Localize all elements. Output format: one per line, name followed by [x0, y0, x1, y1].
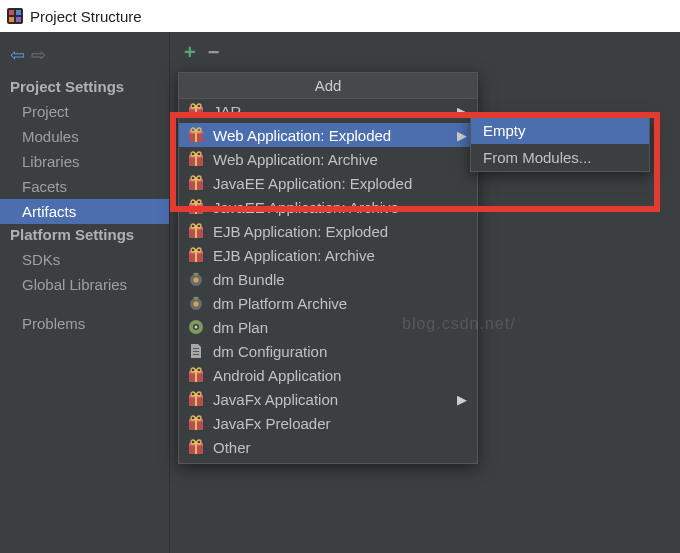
menu-item-label: JavaFx Application: [213, 391, 338, 408]
sub-popup: Empty From Modules...: [470, 116, 650, 172]
gift-icon: [187, 366, 205, 384]
svg-rect-48: [193, 351, 199, 352]
svg-point-28: [191, 200, 195, 204]
menu-item-label: Android Application: [213, 367, 341, 384]
svg-point-34: [197, 224, 201, 228]
svg-rect-49: [193, 354, 199, 355]
sidebar-item-modules[interactable]: Modules: [0, 124, 169, 149]
menu-item-label: EJB Application: Exploded: [213, 223, 388, 240]
sub-item-from-modules[interactable]: From Modules...: [471, 144, 649, 171]
sidebar-item-global-libraries[interactable]: Global Libraries: [0, 272, 169, 297]
menu-item-ejb-archive[interactable]: EJB Application: Archive: [179, 243, 477, 267]
gift-icon: [187, 150, 205, 168]
artifacts-toolbar: + −: [170, 32, 680, 66]
submenu-arrow-icon: ▶: [457, 392, 467, 407]
sub-item-empty[interactable]: Empty: [471, 117, 649, 144]
svg-point-13: [191, 128, 195, 132]
menu-item-label: Other: [213, 439, 251, 456]
menu-item-label: JavaEE Application: Exploded: [213, 175, 412, 192]
sidebar-item-sdks[interactable]: SDKs: [0, 247, 169, 272]
back-icon[interactable]: ⇦: [10, 46, 25, 64]
menu-item-javaee-exploded[interactable]: JavaEE Application: Exploded: [179, 171, 477, 195]
menu-item-label: Web Application: Exploded: [213, 127, 391, 144]
svg-point-41: [194, 278, 199, 283]
gift-icon: [187, 414, 205, 432]
svg-rect-47: [193, 348, 199, 349]
gift-icon: [187, 390, 205, 408]
svg-point-64: [197, 416, 201, 420]
svg-point-63: [191, 416, 195, 420]
submenu-arrow-icon: ▶: [457, 104, 467, 119]
svg-point-33: [191, 224, 195, 228]
svg-point-9: [197, 104, 201, 108]
svg-point-54: [197, 368, 201, 372]
app-icon: [6, 7, 24, 25]
sidebar-item-libraries[interactable]: Libraries: [0, 149, 169, 174]
menu-item-label: Web Application: Archive: [213, 151, 378, 168]
svg-point-24: [197, 176, 201, 180]
svg-point-8: [191, 104, 195, 108]
menu-item-label: JAR: [213, 103, 241, 120]
menu-item-other[interactable]: Other: [179, 435, 477, 459]
svg-point-69: [197, 440, 201, 444]
platform-settings-header: Platform Settings: [0, 224, 169, 247]
gift-icon: [187, 222, 205, 240]
svg-rect-3: [9, 17, 14, 22]
remove-icon[interactable]: −: [208, 42, 220, 62]
menu-item-label: EJB Application: Archive: [213, 247, 375, 264]
svg-point-46: [195, 326, 198, 329]
gift-icon: [187, 174, 205, 192]
menu-item-label: dm Bundle: [213, 271, 285, 288]
svg-point-58: [191, 392, 195, 396]
menu-item-javaee-archive[interactable]: JavaEE Application: Archive: [179, 195, 477, 219]
menu-item-android-application[interactable]: Android Application: [179, 363, 477, 387]
svg-point-29: [197, 200, 201, 204]
menu-item-dm-plan[interactable]: dm Plan: [179, 315, 477, 339]
gift-icon: [187, 126, 205, 144]
svg-point-68: [191, 440, 195, 444]
svg-point-19: [197, 152, 201, 156]
sidebar: ⇦ ⇨ Project Settings Project Modules Lib…: [0, 32, 170, 553]
menu-item-javafx-application[interactable]: JavaFx Application ▶: [179, 387, 477, 411]
svg-rect-4: [16, 17, 21, 22]
menu-item-web-exploded[interactable]: Web Application: Exploded ▶: [179, 123, 477, 147]
menu-item-jar[interactable]: JAR ▶: [179, 99, 477, 123]
svg-point-14: [197, 128, 201, 132]
sidebar-item-artifacts[interactable]: Artifacts: [0, 199, 169, 224]
forward-icon[interactable]: ⇨: [31, 46, 46, 64]
project-settings-header: Project Settings: [0, 76, 169, 99]
menu-item-dm-platform-archive[interactable]: dm Platform Archive: [179, 291, 477, 315]
gift-icon: [187, 438, 205, 456]
menu-item-javafx-preloader[interactable]: JavaFx Preloader: [179, 411, 477, 435]
menu-item-label: JavaEE Application: Archive: [213, 199, 399, 216]
svg-rect-2: [16, 10, 21, 15]
plan-icon: [187, 318, 205, 336]
menu-item-ejb-exploded[interactable]: EJB Application: Exploded: [179, 219, 477, 243]
sidebar-item-project[interactable]: Project: [0, 99, 169, 124]
svg-point-38: [191, 248, 195, 252]
svg-point-18: [191, 152, 195, 156]
bundle-icon: [187, 294, 205, 312]
sidebar-item-problems[interactable]: Problems: [0, 311, 169, 336]
add-popup: Add JAR ▶ Web Application: Exploded ▶ We…: [178, 72, 478, 464]
gift-icon: [187, 246, 205, 264]
content-area: + − Add JAR ▶ Web Application: Exploded …: [170, 32, 680, 553]
add-popup-title: Add: [179, 73, 477, 99]
menu-item-label: JavaFx Preloader: [213, 415, 331, 432]
svg-point-53: [191, 368, 195, 372]
menu-item-label: dm Plan: [213, 319, 268, 336]
submenu-arrow-icon: ▶: [457, 128, 467, 143]
menu-item-web-archive[interactable]: Web Application: Archive: [179, 147, 477, 171]
gift-icon: [187, 102, 205, 120]
svg-rect-1: [9, 10, 14, 15]
window-titlebar: Project Structure: [0, 0, 680, 32]
svg-point-43: [194, 302, 199, 307]
menu-item-label: dm Configuration: [213, 343, 327, 360]
menu-item-dm-bundle[interactable]: dm Bundle: [179, 267, 477, 291]
gift-icon: [187, 198, 205, 216]
window-title: Project Structure: [30, 8, 142, 25]
add-icon[interactable]: +: [184, 42, 196, 62]
sidebar-item-facets[interactable]: Facets: [0, 174, 169, 199]
svg-point-59: [197, 392, 201, 396]
menu-item-dm-configuration[interactable]: dm Configuration: [179, 339, 477, 363]
